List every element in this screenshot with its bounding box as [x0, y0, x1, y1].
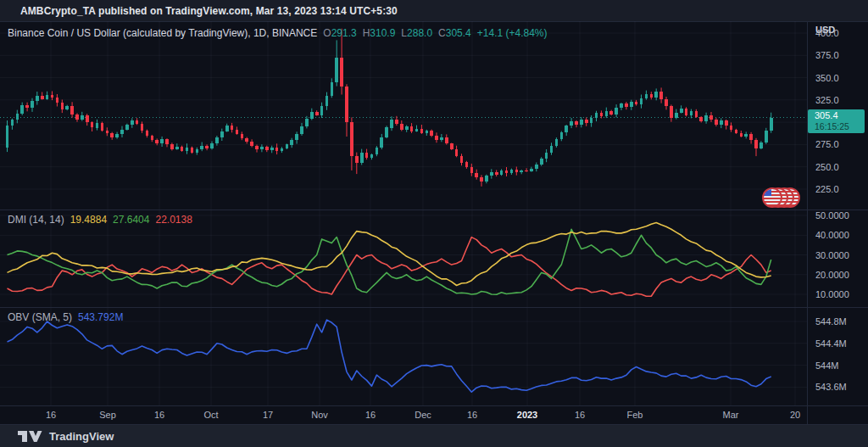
time-axis-border	[0, 405, 868, 406]
price-axis-tick: 350.0	[815, 73, 839, 83]
dmi-legend[interactable]: DMI (14, 14) 19.4884 27.6404 22.0138	[8, 214, 192, 226]
dmi-axis-tick: 50.0000	[815, 210, 849, 221]
bar-countdown: 16:15:25	[815, 121, 865, 132]
time-axis-tick: 16	[365, 410, 376, 420]
obv-legend[interactable]: OBV (SMA, 5) 543.792M	[8, 311, 123, 323]
symbol-description: Binance Coin / US Dollar (calculated by …	[8, 27, 317, 39]
price-axis-tick: 325.0	[815, 95, 839, 105]
time-axis-tick: 16	[154, 410, 164, 420]
last-price-value: 305.4	[815, 110, 865, 121]
dmi-axis-tick: 30.0000	[815, 250, 849, 260]
obv-axis-tick: 544M	[815, 360, 839, 371]
price-axis-tick: 250.0	[815, 162, 839, 172]
dmi-axis-tick: 10.0000	[815, 289, 849, 299]
obv-axis-tick: 544.8M	[815, 316, 847, 327]
obv-axis-tick: 543.6M	[815, 382, 847, 392]
time-axis-tick: Sep	[99, 410, 116, 420]
adx-value: 19.4884	[70, 214, 107, 226]
time-axis-tick: Feb	[627, 410, 643, 420]
price-pane-canvas[interactable]	[0, 21, 807, 210]
pane-separator[interactable]	[0, 307, 868, 308]
ohlc-high: H310.9	[363, 27, 396, 39]
brand-name: TradingView	[49, 430, 114, 443]
dmi-axis-tick: 40.0000	[815, 230, 849, 240]
time-axis-tick: 2023	[517, 410, 537, 420]
time-axis-tick: 17	[263, 410, 273, 420]
price-axis-tick: 275.0	[815, 139, 839, 149]
price-axis-border	[807, 21, 808, 424]
obv-axis-tick: 544.4M	[815, 338, 847, 349]
time-axis-tick: Dec	[415, 410, 431, 420]
price-axis-tick: 225.0	[815, 184, 839, 194]
publish-info: AMBCrypto_TA published on TradingView.co…	[20, 5, 398, 17]
price-axis-tick: 400.0	[815, 28, 839, 38]
time-axis-tick: Mar	[723, 410, 739, 420]
time-axis-tick: Oct	[203, 410, 218, 420]
change-value: +14.1 (+4.84%)	[477, 27, 548, 39]
minus-di-value: 22.0138	[155, 214, 192, 226]
footer-bar: TradingView	[0, 424, 868, 447]
snapshot-header: AMBCrypto_TA published on TradingView.co…	[0, 0, 868, 22]
tradingview-snapshot: AMBCrypto_TA published on TradingView.co…	[0, 0, 868, 447]
obv-value: 543.792M	[78, 311, 123, 323]
symbol-legend[interactable]: Binance Coin / US Dollar (calculated by …	[8, 27, 548, 39]
tradingview-logo-icon[interactable]	[17, 430, 42, 444]
time-axis-tick: Nov	[311, 410, 328, 420]
us-events-icon-stack[interactable]	[762, 187, 801, 208]
obv-label: OBV (SMA, 5)	[8, 311, 72, 323]
time-axis-tick: 16	[46, 410, 56, 420]
plus-di-value: 27.6404	[113, 214, 149, 226]
dmi-axis-tick: 20.0000	[815, 270, 849, 280]
time-axis-tick: 16	[575, 410, 585, 420]
dmi-label: DMI (14, 14)	[8, 214, 64, 226]
time-axis-tick: 16	[467, 410, 477, 420]
ohlc-close: C305.4	[438, 27, 471, 39]
axis-currency: USD	[815, 25, 835, 35]
ohlc-low: L288.0	[401, 27, 432, 39]
us-flag-event-icon	[762, 187, 782, 208]
price-axis-tick: 375.0	[815, 50, 839, 60]
pane-separator[interactable]	[0, 210, 868, 210]
ohlc-open: O291.3	[323, 27, 356, 39]
time-axis-tick: 20	[790, 410, 800, 420]
last-price-label: 305.4 16:15:25	[808, 109, 865, 133]
